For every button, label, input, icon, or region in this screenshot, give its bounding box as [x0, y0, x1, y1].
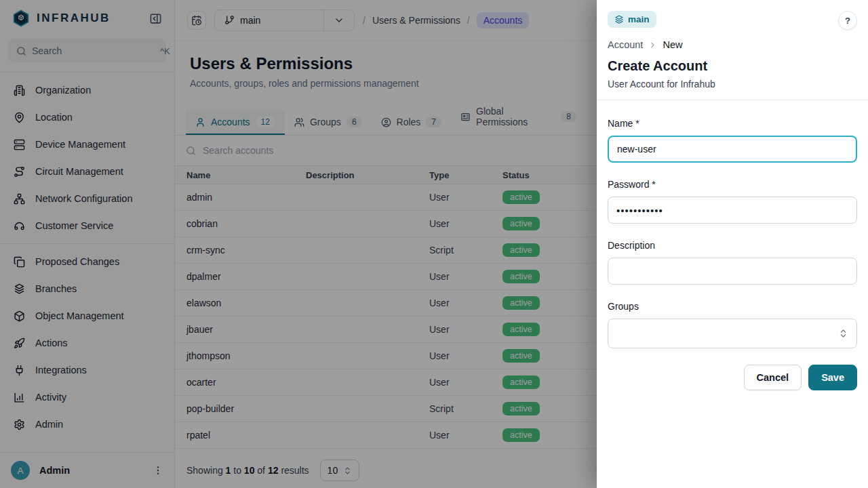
drawer-title: Create Account [608, 58, 857, 74]
password-label: Password * [608, 179, 857, 190]
app-root: INFRAHUB ^K Organization Location [0, 0, 868, 488]
create-account-drawer: main ? Account New Create Account User A… [597, 0, 868, 488]
drawer-actions: Cancel Save [608, 365, 857, 390]
save-button[interactable]: Save [808, 365, 857, 390]
drawer-breadcrumb: Account New [608, 39, 857, 50]
description-label: Description [608, 240, 857, 251]
name-label: Name * [608, 118, 857, 129]
chevrons-up-down-icon [838, 329, 848, 339]
password-field[interactable] [608, 197, 857, 224]
description-field[interactable] [608, 258, 857, 285]
name-field[interactable] [608, 136, 857, 163]
create-account-form: Name * Password * Description Groups Can… [608, 100, 857, 390]
layers-icon [614, 15, 624, 24]
groups-label: Groups [608, 301, 857, 312]
drawer-breadcrumb-new: New [663, 39, 682, 50]
help-button[interactable]: ? [838, 11, 857, 30]
chevron-right-icon [648, 41, 657, 49]
drawer-breadcrumb-account[interactable]: Account [608, 39, 643, 50]
groups-select[interactable] [608, 319, 857, 348]
branch-badge-label: main [628, 14, 650, 24]
cancel-button[interactable]: Cancel [744, 365, 802, 390]
drawer-subtitle: User Account for Infrahub [608, 79, 857, 89]
branch-badge: main [608, 11, 656, 28]
drawer-header-row: main ? [608, 11, 857, 30]
modal-backdrop[interactable] [0, 0, 597, 488]
